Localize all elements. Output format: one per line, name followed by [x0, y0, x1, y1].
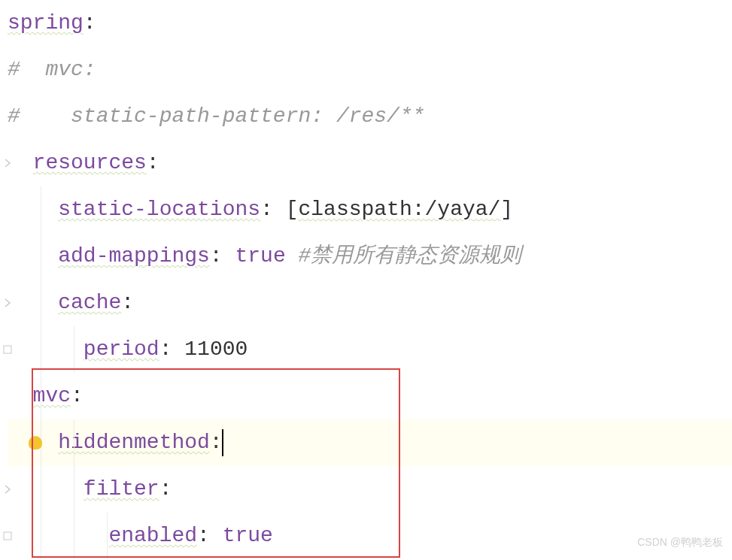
code-line[interactable]: spring:: [8, 0, 732, 47]
yaml-value: true: [223, 524, 273, 547]
comment-text: mvc:: [20, 58, 96, 81]
svg-rect-1: [4, 532, 11, 540]
code-editor: spring: # mvc: # static-path-pattern: /r…: [0, 0, 732, 559]
bracket-open: [: [286, 198, 299, 221]
code-line[interactable]: static-locations: [classpath:/yaya/]: [8, 186, 732, 233]
colon: :: [84, 11, 96, 35]
colon: :: [159, 338, 172, 361]
yaml-key: mvc: [33, 384, 71, 407]
comment-hash: #: [8, 104, 20, 128]
fold-gutter-icon[interactable]: [2, 466, 14, 513]
fold-gutter-icon[interactable]: [2, 140, 14, 186]
fold-gutter-icon[interactable]: [2, 513, 14, 559]
yaml-key: spring: [8, 11, 84, 35]
colon: :: [197, 524, 210, 547]
code-line[interactable]: cache:: [8, 280, 732, 326]
colon: :: [71, 384, 84, 407]
colon: :: [159, 477, 172, 501]
colon: :: [210, 431, 223, 454]
comment-hash: #: [8, 58, 20, 81]
comment-text: static-path-pattern: /res/**: [20, 104, 425, 128]
yaml-key: resources: [33, 151, 147, 174]
yaml-value: 11000: [184, 338, 248, 361]
bracket-close: ]: [500, 198, 513, 221]
yaml-key: hiddenmethod: [58, 431, 210, 454]
yaml-key: cache: [58, 291, 121, 314]
yaml-value: classpath:/yaya/: [299, 198, 501, 221]
yaml-key: filter: [84, 477, 159, 501]
colon: :: [210, 244, 223, 268]
yaml-key: static-locations: [58, 198, 260, 221]
watermark-text: CSDN @鸭鸭老板: [637, 531, 723, 554]
yaml-value: true: [235, 244, 285, 268]
code-line[interactable]: add-mappings: true #禁用所有静态资源规则: [8, 233, 732, 280]
colon: :: [260, 198, 273, 221]
code-line[interactable]: filter:: [8, 466, 732, 513]
code-line[interactable]: period: 11000: [8, 326, 732, 373]
code-line[interactable]: resources:: [8, 140, 732, 186]
comment-text: #禁用所有静态资源规则: [299, 244, 522, 268]
fold-gutter-icon[interactable]: [2, 326, 14, 373]
code-line[interactable]: mvc:: [8, 373, 732, 419]
code-line-current[interactable]: hiddenmethod:: [8, 419, 732, 466]
lightbulb-icon[interactable]: [29, 436, 42, 450]
code-line[interactable]: # mvc:: [8, 47, 732, 93]
code-line[interactable]: enabled: true: [8, 513, 732, 559]
code-line[interactable]: # static-path-pattern: /res/**: [8, 93, 732, 140]
svg-rect-0: [4, 346, 11, 353]
yaml-key: enabled: [108, 524, 197, 547]
fold-gutter-icon[interactable]: [2, 280, 14, 326]
yaml-key: add-mappings: [58, 244, 210, 268]
colon: :: [147, 151, 159, 174]
yaml-key: period: [84, 338, 159, 361]
text-cursor: [222, 429, 223, 456]
colon: :: [121, 291, 134, 314]
